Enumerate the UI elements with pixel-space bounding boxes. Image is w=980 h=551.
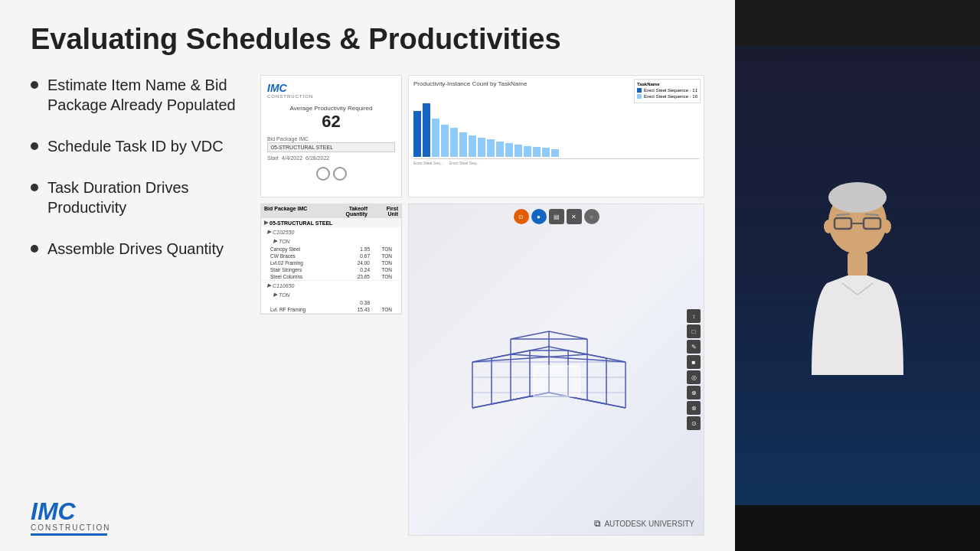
table-row-3: Lvl.02 Framing 24.00 TON — [261, 259, 401, 266]
webcam-bottom-bar — [735, 505, 980, 551]
item-unit-1: TON — [373, 246, 392, 252]
toolbar-target-icon[interactable]: ◎ — [687, 370, 701, 384]
bullet-item-3: Task Duration Drives Productivity — [31, 178, 245, 217]
bullet-section: Estimate Item Name & Bid Package Already… — [31, 75, 245, 536]
toolbar-btn-circle-3[interactable]: ○ — [584, 209, 599, 224]
imc-form-panel: IMC CONSTRUCTION Average Productivity Re… — [260, 75, 402, 197]
sub-header-ton-1: ▶ TON — [261, 236, 401, 246]
table-row-5: Steel Columns 23.65 TON — [261, 273, 401, 280]
item-unit-7: TON — [373, 307, 392, 312]
bar-12 — [514, 145, 522, 157]
avg-productivity-section: Average Productivity Required 62 — [267, 105, 395, 132]
item-name-1: Canopy Steel — [270, 246, 340, 252]
item-qty-7: 15.43 — [343, 307, 370, 312]
bullet-item-4: Assemble Drives Quantity — [31, 239, 245, 259]
bullet-text-2: Schedule Task ID by VDC — [47, 136, 224, 156]
bar-10 — [496, 142, 504, 157]
imc-logo-sub: CONSTRUCTION — [31, 523, 245, 532]
svg-rect-42 — [848, 253, 867, 276]
chart-legend: TaskName Erect Steel Sequence - 11 Erect… — [634, 79, 701, 103]
legend-label-1: Erect Steel Sequence - 11 — [644, 88, 697, 93]
bid-package-label: Bid Package IMC — [267, 136, 395, 142]
bullet-dot-3 — [31, 184, 38, 191]
model-right-toolbar[interactable]: ↕ □ ✎ ■ ◎ ⊕ ⊗ ⊙ — [687, 309, 701, 430]
bar-group-15 — [542, 148, 550, 157]
bullet-text-3: Task Duration Drives Productivity — [47, 178, 245, 217]
bar-2 — [423, 103, 430, 157]
content-panels: IMC CONSTRUCTION Average Productivity Re… — [260, 75, 704, 536]
bar-group-3 — [432, 119, 439, 157]
chart-panel: Productivity-Instance Count by TaskName … — [408, 75, 704, 197]
model-top-toolbar[interactable]: ⊙ ● ▤ ✕ ○ — [514, 209, 599, 224]
table-row-6: 0.38 — [261, 299, 401, 306]
avg-prod-label: Average Productivity Required — [267, 105, 395, 112]
avg-prod-value: 62 — [267, 112, 395, 132]
toolbar-zoom-icon[interactable]: ↕ — [687, 309, 701, 323]
item-unit-5: TON — [373, 274, 392, 279]
bar-group-5 — [450, 128, 458, 157]
form-circles — [267, 167, 395, 181]
item-qty-1: 1.95 — [343, 246, 370, 252]
group-id-1: C102550 — [273, 230, 294, 235]
model-svg — [449, 301, 664, 439]
item-name-6 — [270, 300, 340, 305]
item-unit-6 — [373, 300, 392, 305]
webcam-video — [735, 0, 980, 551]
item-name-2: CW Braces — [270, 253, 340, 259]
bar-group-16 — [551, 149, 559, 157]
model-background: ⊙ ● ▤ ✕ ○ — [409, 204, 704, 535]
toolbar-btn-circle-1[interactable]: ⊙ — [514, 209, 529, 224]
toolbar-group-icon[interactable]: ⊗ — [687, 401, 701, 415]
item-name-7: Lvl. RF Framing — [270, 307, 340, 312]
toolbar-camera-icon[interactable]: □ — [687, 324, 701, 338]
toolbar-btn-square-1[interactable]: ▤ — [549, 209, 564, 224]
svg-line-28 — [511, 331, 549, 339]
form-dates: Start 4/4/2022 6/28/2022 — [267, 155, 395, 161]
legend-item-1: Erect Steel Sequence - 11 — [637, 88, 697, 93]
main-container: Evaluating Schedules & Productivities Es… — [0, 0, 980, 551]
svg-point-44 — [882, 220, 891, 233]
bid-package-value: 05-STRUCTURAL STEEL — [267, 142, 395, 152]
table-row-7: Lvl. RF Framing 15.43 TON — [261, 306, 401, 313]
imc-form-logo: IMC CONSTRUCTION — [267, 82, 313, 99]
bar-15 — [542, 148, 550, 157]
table-panel: Bid Package IMC Takeoff Quantity First U… — [260, 204, 402, 315]
bar-group-12 — [514, 145, 522, 157]
bar-group-14 — [533, 147, 541, 157]
group-header-1: ▶ 05-STRUCTURAL STEEL — [261, 218, 401, 227]
bar-7 — [469, 135, 476, 157]
bid-package-field: Bid Package IMC 05-STRUCTURAL STEEL — [267, 136, 395, 152]
table-group-1: ▶ 05-STRUCTURAL STEEL ▶ C102550 ▶ TON — [261, 218, 401, 281]
model-viewer: ⊙ ● ▤ ✕ ○ — [408, 204, 704, 536]
toolbar-edit-icon[interactable]: ✎ — [687, 340, 701, 354]
start-label: Start — [267, 155, 279, 161]
item-name-3: Lvl.02 Framing — [270, 260, 340, 266]
toolbar-btn-square-2[interactable]: ✕ — [567, 209, 582, 224]
toolbar-expand-icon[interactable]: ⊕ — [687, 386, 701, 399]
col-header-2: Takeoff Quantity — [329, 206, 368, 217]
bar-5 — [450, 128, 458, 157]
item-qty-2: 0.67 — [343, 253, 370, 259]
bullet-item-1: Estimate Item Name & Bid Package Already… — [31, 75, 245, 115]
svg-line-46 — [865, 214, 879, 215]
toolbar-lock-icon[interactable]: ⊙ — [687, 416, 701, 430]
bar-1 — [413, 111, 421, 157]
sub-header-ton-2: ▶ TON — [261, 290, 401, 299]
slide-area: Evaluating Schedules & Productivities Es… — [0, 0, 735, 551]
item-unit-3: TON — [373, 260, 392, 266]
bar-group-2 — [423, 103, 430, 157]
item-qty-6: 0.38 — [343, 300, 370, 305]
toolbar-stop-icon[interactable]: ■ — [687, 355, 701, 369]
toolbar-btn-circle-2[interactable]: ● — [531, 209, 547, 224]
webcam-area — [735, 0, 980, 551]
bullet-text-1: Estimate Item Name & Bid Package Already… — [47, 75, 245, 115]
imc-logo-text: IMC — [31, 499, 245, 523]
bar-4 — [441, 125, 449, 157]
legend-color-2 — [637, 94, 642, 99]
autodesk-logo: ⧉ AUTODESK UNIVERSITY — [594, 518, 694, 529]
table-row-1: Canopy Steel 1.95 TON — [261, 246, 401, 253]
item-unit-2: TON — [373, 253, 392, 259]
col-header-3: First Unit — [375, 206, 398, 217]
bar-group-7 — [469, 135, 476, 157]
bullet-item-2: Schedule Task ID by VDC — [31, 136, 245, 156]
